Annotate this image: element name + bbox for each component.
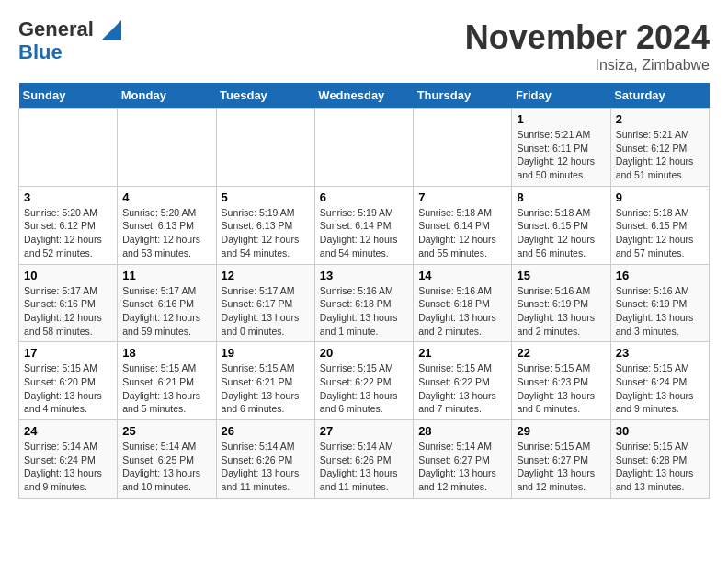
day-number: 24 [24,424,112,438]
logo-general: General [18,17,94,40]
day-info: Sunrise: 5:15 AM Sunset: 6:28 PM Dayligh… [616,440,704,494]
day-info: Sunrise: 5:18 AM Sunset: 6:15 PM Dayligh… [517,206,605,260]
calendar-cell: 23Sunrise: 5:15 AM Sunset: 6:24 PM Dayli… [610,342,709,420]
calendar-cell: 5Sunrise: 5:19 AM Sunset: 6:13 PM Daylig… [216,186,314,264]
calendar-week-row: 24Sunrise: 5:14 AM Sunset: 6:24 PM Dayli… [19,420,710,499]
calendar-cell: 15Sunrise: 5:16 AM Sunset: 6:19 PM Dayli… [512,264,610,342]
calendar-cell: 10Sunrise: 5:17 AM Sunset: 6:16 PM Dayli… [19,264,118,342]
calendar-cell: 8Sunrise: 5:18 AM Sunset: 6:15 PM Daylig… [512,186,610,264]
day-info: Sunrise: 5:14 AM Sunset: 6:26 PM Dayligh… [320,440,408,494]
svg-marker-0 [101,20,121,40]
day-number: 20 [320,346,408,360]
day-number: 19 [222,346,310,360]
day-info: Sunrise: 5:15 AM Sunset: 6:21 PM Dayligh… [122,362,210,416]
calendar-cell: 11Sunrise: 5:17 AM Sunset: 6:16 PM Dayli… [118,264,216,342]
day-number: 5 [222,190,310,204]
day-info: Sunrise: 5:16 AM Sunset: 6:19 PM Dayligh… [517,284,605,339]
month-title: November 2024 [465,18,710,57]
day-number: 3 [24,190,112,204]
day-info: Sunrise: 5:15 AM Sunset: 6:21 PM Dayligh… [222,362,310,416]
day-number: 12 [222,269,310,282]
calendar-cell: 4Sunrise: 5:20 AM Sunset: 6:13 PM Daylig… [118,186,216,264]
calendar-table: SundayMondayTuesdayWednesdayThursdayFrid… [18,83,710,499]
day-info: Sunrise: 5:15 AM Sunset: 6:20 PM Dayligh… [24,362,112,416]
calendar-cell: 29Sunrise: 5:15 AM Sunset: 6:27 PM Dayli… [512,420,610,499]
calendar-cell: 26Sunrise: 5:14 AM Sunset: 6:26 PM Dayli… [216,420,314,499]
day-info: Sunrise: 5:21 AM Sunset: 6:11 PM Dayligh… [517,128,605,182]
day-info: Sunrise: 5:20 AM Sunset: 6:13 PM Dayligh… [122,206,210,260]
calendar-cell [216,109,314,187]
day-number: 1 [517,112,605,126]
logo: General Blue [18,18,121,64]
day-number: 16 [616,269,704,282]
day-info: Sunrise: 5:18 AM Sunset: 6:15 PM Dayligh… [616,206,704,260]
day-info: Sunrise: 5:14 AM Sunset: 6:26 PM Dayligh… [222,440,310,494]
day-info: Sunrise: 5:14 AM Sunset: 6:25 PM Dayligh… [122,440,210,494]
calendar-cell: 2Sunrise: 5:21 AM Sunset: 6:12 PM Daylig… [610,109,709,187]
day-info: Sunrise: 5:15 AM Sunset: 6:22 PM Dayligh… [320,362,408,416]
day-number: 4 [122,190,210,204]
day-number: 2 [616,112,704,126]
day-info: Sunrise: 5:14 AM Sunset: 6:24 PM Dayligh… [24,440,112,494]
weekday-header: Saturday [610,83,709,109]
weekday-header: Thursday [414,83,512,109]
calendar-cell: 3Sunrise: 5:20 AM Sunset: 6:12 PM Daylig… [19,186,118,264]
day-info: Sunrise: 5:15 AM Sunset: 6:27 PM Dayligh… [517,440,605,494]
day-info: Sunrise: 5:21 AM Sunset: 6:12 PM Dayligh… [616,128,704,182]
calendar-cell: 1Sunrise: 5:21 AM Sunset: 6:11 PM Daylig… [512,109,610,187]
calendar-week-row: 10Sunrise: 5:17 AM Sunset: 6:16 PM Dayli… [19,264,710,342]
calendar-cell: 16Sunrise: 5:16 AM Sunset: 6:19 PM Dayli… [610,264,709,342]
day-info: Sunrise: 5:15 AM Sunset: 6:24 PM Dayligh… [616,362,704,416]
calendar-cell: 22Sunrise: 5:15 AM Sunset: 6:23 PM Dayli… [512,342,610,420]
day-number: 15 [517,269,605,282]
day-number: 18 [122,346,210,360]
calendar-cell: 24Sunrise: 5:14 AM Sunset: 6:24 PM Dayli… [19,420,118,499]
calendar-cell [414,109,512,187]
calendar-cell: 17Sunrise: 5:15 AM Sunset: 6:20 PM Dayli… [19,342,118,420]
day-number: 21 [418,346,506,360]
day-number: 8 [517,190,605,204]
weekday-header: Sunday [19,83,118,109]
title-block: November 2024 Insiza, Zimbabwe [465,18,710,74]
page-header: General Blue November 2024 Insiza, Zimba… [18,18,710,74]
day-number: 28 [418,424,506,438]
calendar-week-row: 1Sunrise: 5:21 AM Sunset: 6:11 PM Daylig… [19,109,710,187]
calendar-cell: 14Sunrise: 5:16 AM Sunset: 6:18 PM Dayli… [414,264,512,342]
day-info: Sunrise: 5:16 AM Sunset: 6:18 PM Dayligh… [320,284,408,339]
calendar-cell: 27Sunrise: 5:14 AM Sunset: 6:26 PM Dayli… [314,420,413,499]
calendar-cell: 25Sunrise: 5:14 AM Sunset: 6:25 PM Dayli… [118,420,216,499]
day-number: 23 [616,346,704,360]
calendar-cell: 21Sunrise: 5:15 AM Sunset: 6:22 PM Dayli… [414,342,512,420]
calendar-cell: 30Sunrise: 5:15 AM Sunset: 6:28 PM Dayli… [610,420,709,499]
day-number: 13 [320,269,408,282]
day-info: Sunrise: 5:19 AM Sunset: 6:14 PM Dayligh… [320,206,408,260]
day-number: 27 [320,424,408,438]
logo-blue: Blue [18,40,121,64]
weekday-header: Friday [512,83,610,109]
day-number: 14 [418,269,506,282]
day-info: Sunrise: 5:18 AM Sunset: 6:14 PM Dayligh… [418,206,506,260]
day-number: 29 [517,424,605,438]
calendar-week-row: 3Sunrise: 5:20 AM Sunset: 6:12 PM Daylig… [19,186,710,264]
location-subtitle: Insiza, Zimbabwe [465,57,710,74]
day-number: 11 [122,269,210,282]
day-number: 7 [418,190,506,204]
day-info: Sunrise: 5:15 AM Sunset: 6:22 PM Dayligh… [418,362,506,416]
calendar-cell: 9Sunrise: 5:18 AM Sunset: 6:15 PM Daylig… [610,186,709,264]
calendar-cell [118,109,216,187]
day-number: 10 [24,269,112,282]
weekday-header: Tuesday [216,83,314,109]
day-number: 6 [320,190,408,204]
calendar-cell: 13Sunrise: 5:16 AM Sunset: 6:18 PM Dayli… [314,264,413,342]
calendar-cell: 18Sunrise: 5:15 AM Sunset: 6:21 PM Dayli… [118,342,216,420]
calendar-week-row: 17Sunrise: 5:15 AM Sunset: 6:20 PM Dayli… [19,342,710,420]
day-info: Sunrise: 5:17 AM Sunset: 6:16 PM Dayligh… [122,284,210,339]
calendar-cell [19,109,118,187]
day-info: Sunrise: 5:16 AM Sunset: 6:19 PM Dayligh… [616,284,704,339]
calendar-cell: 28Sunrise: 5:14 AM Sunset: 6:27 PM Dayli… [414,420,512,499]
day-info: Sunrise: 5:14 AM Sunset: 6:27 PM Dayligh… [418,440,506,494]
weekday-header-row: SundayMondayTuesdayWednesdayThursdayFrid… [19,83,710,109]
day-number: 22 [517,346,605,360]
weekday-header: Monday [118,83,216,109]
day-number: 30 [616,424,704,438]
